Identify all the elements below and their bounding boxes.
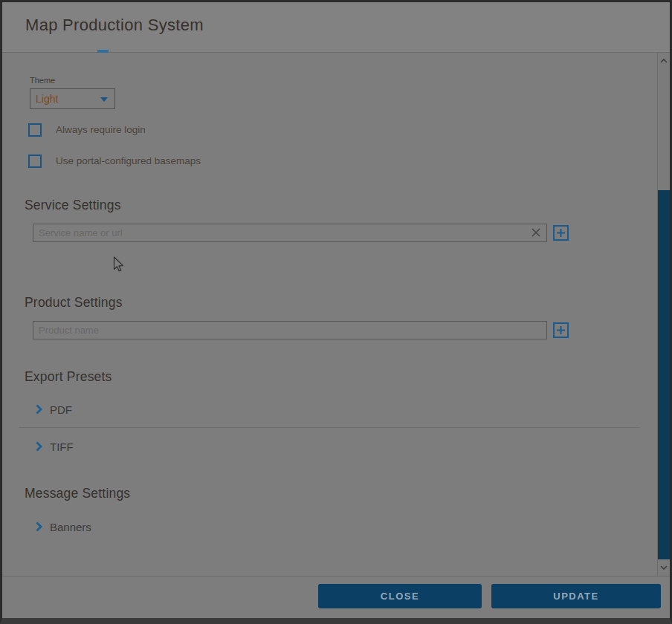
checkbox-row: Always require login (28, 123, 326, 137)
chevron-right-icon (36, 441, 42, 452)
chevron-up-icon (660, 59, 668, 63)
page-title: Map Production System (25, 16, 204, 35)
scroll-down-button[interactable] (658, 561, 670, 574)
divider (19, 427, 640, 428)
portal-basemaps-checkbox[interactable] (28, 155, 42, 168)
scroll-up-button[interactable] (658, 54, 670, 68)
expander-label: Banners (50, 521, 91, 533)
mouse-cursor (113, 256, 125, 276)
checkbox-label: Always require login (56, 124, 146, 135)
add-product-button[interactable] (553, 322, 569, 338)
add-service-button[interactable] (553, 225, 569, 241)
product-settings-heading: Product Settings (25, 295, 123, 311)
message-settings-heading: Message Settings (25, 486, 130, 501)
plus-icon (555, 324, 567, 337)
chevron-down-icon (660, 565, 668, 570)
export-presets-heading: Export Presets (25, 369, 112, 385)
plus-icon (555, 227, 567, 239)
dialog-footer: CLOSE UPDATE (2, 576, 670, 619)
scrollbar-thumb[interactable] (658, 190, 670, 559)
service-name-input[interactable] (33, 224, 547, 242)
expander-label: PDF (50, 403, 72, 416)
theme-select-value: Light (36, 93, 58, 105)
always-require-login-checkbox[interactable] (28, 123, 42, 137)
chevron-right-icon (36, 521, 42, 532)
theme-select[interactable]: Light (30, 88, 115, 109)
checkbox-label: Use portal-configured basemaps (56, 155, 201, 166)
close-button[interactable]: CLOSE (318, 584, 482, 608)
update-button[interactable]: UPDATE (491, 584, 661, 608)
map-production-dialog: Map Production System Theme Light Always… (0, 0, 672, 624)
caret-down-icon (100, 97, 108, 102)
chevron-right-icon (36, 404, 42, 415)
x-clear-icon (531, 227, 541, 238)
service-settings-heading: Service Settings (25, 198, 121, 213)
dialog-header: Map Production System (2, 2, 670, 53)
scrolled-element-edge (97, 50, 109, 53)
export-preset-pdf-expander[interactable]: PDF (36, 402, 72, 417)
product-name-input[interactable] (33, 321, 547, 339)
theme-label: Theme (30, 76, 55, 85)
checkbox-row: Use portal-configured basemaps (28, 155, 326, 168)
export-preset-tiff-expander[interactable]: TIFF (36, 439, 74, 454)
banners-expander[interactable]: Banners (36, 519, 91, 534)
vertical-scrollbar[interactable] (657, 53, 670, 576)
clear-service-input-button[interactable] (531, 227, 541, 238)
expander-label: TIFF (50, 441, 74, 453)
